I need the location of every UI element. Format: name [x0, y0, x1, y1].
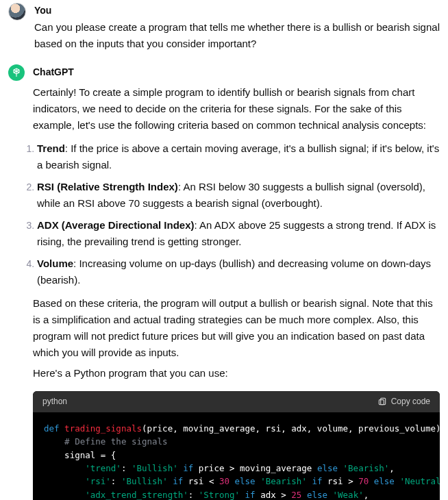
- code-language: python: [42, 395, 67, 408]
- assistant-leadin: Here's a Python program that you can use…: [33, 365, 440, 382]
- code-content[interactable]: def trading_signals(price, moving_averag…: [33, 412, 440, 500]
- assistant-message: ChatGPT Certainly! To create a simple pr…: [8, 62, 440, 500]
- copy-code-button[interactable]: Copy code: [377, 395, 430, 408]
- criteria-desc: : If the price is above a certain moving…: [37, 142, 439, 171]
- code-header: python Copy code: [33, 391, 440, 412]
- role-label: You: [34, 3, 440, 18]
- copy-code-label: Copy code: [391, 395, 430, 408]
- criteria-name: Volume: [37, 258, 73, 269]
- assistant-intro: Certainly! To create a simple program to…: [33, 84, 440, 134]
- user-text: Can you please create a program that tel…: [34, 19, 440, 52]
- code-block: python Copy code def trading_signals(pri…: [33, 391, 440, 500]
- svg-rect-0: [380, 399, 385, 405]
- list-item: ADX (Average Directional Index): An ADX …: [37, 217, 440, 250]
- conversation-thread: You Can you please create a program that…: [0, 0, 448, 500]
- list-item: Volume: Increasing volume on up-days (bu…: [37, 255, 440, 288]
- assistant-note: Based on these criteria, the program wil…: [33, 295, 440, 361]
- criteria-name: Trend: [37, 142, 65, 154]
- svg-rect-1: [379, 400, 384, 405]
- openai-icon: [11, 67, 22, 78]
- clipboard-icon: [377, 397, 387, 406]
- role-label: ChatGPT: [33, 64, 440, 79]
- criteria-desc: : Increasing volume on up-days (bullish)…: [37, 258, 431, 286]
- list-item: RSI (Relative Strength Index): An RSI be…: [37, 179, 440, 212]
- criteria-name: ADX (Average Directional Index): [37, 219, 195, 231]
- criteria-list: Trend: If the price is above a certain m…: [22, 140, 440, 288]
- avatar: [8, 3, 26, 21]
- user-message: You Can you please create a program that…: [8, 0, 440, 62]
- avatar: [8, 64, 25, 81]
- criteria-name: RSI (Relative Strength Index): [37, 181, 178, 192]
- list-item: Trend: If the price is above a certain m…: [37, 140, 440, 173]
